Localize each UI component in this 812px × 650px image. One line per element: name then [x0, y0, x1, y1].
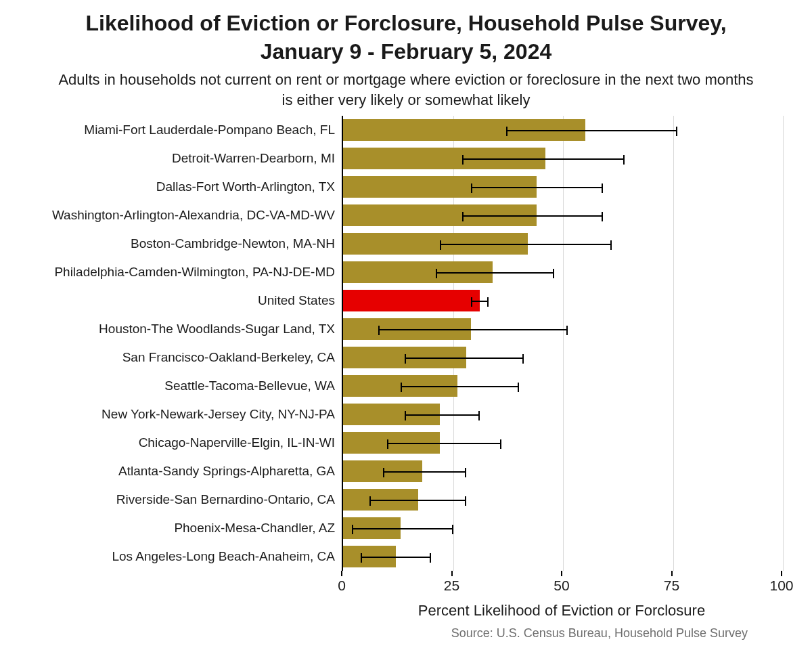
category-label: Washington-Arlington-Alexandria, DC-VA-M…	[30, 201, 335, 230]
bar-row	[343, 542, 783, 571]
category-label: Seattle-Tacoma-Bellevue, WA	[30, 372, 335, 400]
error-bar	[462, 158, 625, 160]
error-bar	[378, 329, 568, 330]
bar-highlight	[343, 290, 480, 311]
x-tick-label: 25	[438, 578, 466, 594]
source-caption: Source: U.S. Census Bureau, Household Pu…	[451, 626, 748, 641]
bar-row	[343, 429, 783, 457]
x-tick-label: 75	[658, 578, 685, 594]
category-label: Riverside-San Bernardino-Ontario, CA	[30, 485, 335, 514]
x-tick-label: 0	[328, 578, 355, 594]
bar-row	[343, 372, 783, 400]
category-label: Miami-Fort Lauderdale-Pompano Beach, FL	[30, 116, 335, 144]
category-label: Phoenix-Mesa-Chandler, AZ	[30, 514, 335, 542]
category-label: Atlanta-Sandy Springs-Alpharetta, GA	[30, 457, 335, 485]
category-label: Chicago-Naperville-Elgin, IL-IN-WI	[30, 429, 335, 457]
error-bar	[506, 130, 678, 131]
error-bar	[405, 358, 524, 359]
error-bar	[361, 557, 431, 558]
category-label: Boston-Cambridge-Newton, MA-NH	[30, 230, 335, 258]
chart-title: Likelihood of Eviction or Forclosure, Ho…	[61, 9, 751, 66]
bar-row	[343, 173, 783, 201]
chart-subtitle: Adults in households not current on rent…	[54, 70, 758, 110]
x-tick-label: 50	[548, 578, 575, 594]
chart-container: Likelihood of Eviction or Forclosure, Ho…	[0, 0, 812, 650]
error-bar	[471, 301, 489, 302]
error-bar	[387, 443, 501, 444]
error-bar	[352, 528, 453, 529]
plot-area: Miami-Fort Lauderdale-Pompano Beach, FLD…	[30, 116, 782, 571]
category-label: Los Angeles-Long Beach-Anaheim, CA	[30, 542, 335, 571]
error-bar	[369, 500, 466, 501]
category-label: Detroit-Warren-Dearborn, MI	[30, 144, 335, 173]
bar-row	[343, 286, 783, 315]
category-label: Philadelphia-Camden-Wilmington, PA-NJ-DE…	[30, 258, 335, 286]
category-label: San Francisco-Oakland-Berkeley, CA	[30, 343, 335, 372]
bar-row	[343, 201, 783, 230]
error-bar	[401, 386, 520, 387]
bar-row	[343, 144, 783, 173]
error-bar	[383, 471, 467, 473]
error-bar	[405, 414, 480, 416]
error-bar	[471, 187, 603, 188]
bar-row	[343, 514, 783, 542]
category-label: New York-Newark-Jersey City, NY-NJ-PA	[30, 400, 335, 429]
bar-row	[343, 258, 783, 286]
bar-row	[343, 230, 783, 258]
error-bar	[440, 244, 612, 245]
error-bar	[436, 272, 555, 274]
bar-row	[343, 400, 783, 429]
gridline	[783, 116, 784, 571]
bar-row	[343, 315, 783, 343]
category-label: United States	[30, 286, 335, 315]
error-bar	[462, 215, 603, 217]
x-axis-label: Percent Likelihood of Eviction or Forclo…	[342, 602, 782, 620]
plot-inner	[342, 116, 782, 571]
category-label: Houston-The Woodlands-Sugar Land, TX	[30, 315, 335, 343]
bar-row	[343, 457, 783, 485]
x-tick-label: 100	[768, 578, 795, 594]
bar-row	[343, 116, 783, 144]
bar-row	[343, 485, 783, 514]
bar-row	[343, 343, 783, 372]
category-label: Dallas-Fort Worth-Arlington, TX	[30, 173, 335, 201]
